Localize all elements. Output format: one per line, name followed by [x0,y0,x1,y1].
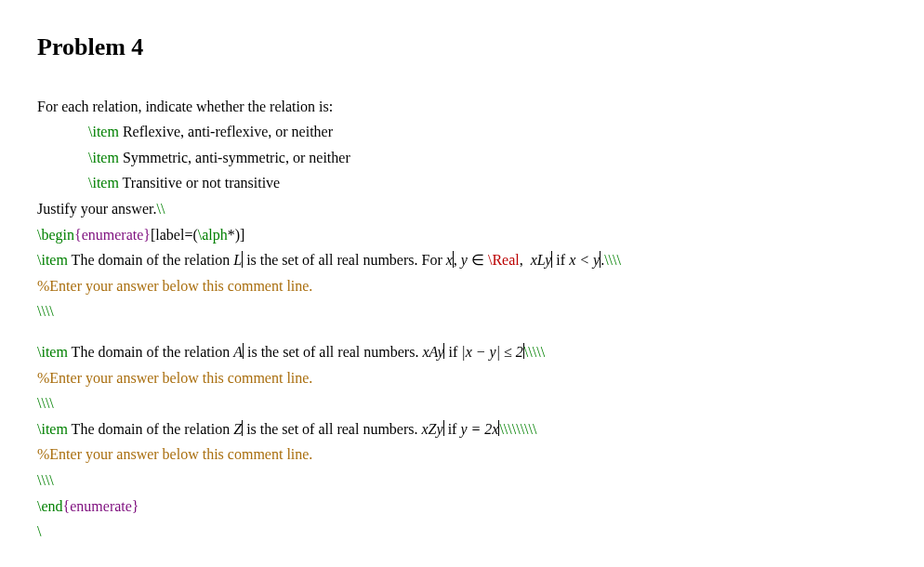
begin-arg: {enumerate} [74,227,151,243]
bullet-line-2: \item Symmetric, anti-symmetric, or neit… [37,146,887,170]
begin-enumerate-line: \begin{enumerate}[label=(\alph*)] [37,223,887,247]
if-text: if [444,421,461,437]
end-command: \end [37,498,63,514]
linebreak-command: \\\\\\\\\ [499,421,536,437]
comment-line: %Enter your answer below this comment li… [37,442,887,467]
justify-line: Justify your answer.\\ [37,197,887,221]
text: The domain of the relation [68,344,233,360]
linebreak-command: \\\\\ [524,344,545,360]
item-command: \item [88,175,119,191]
math-xLy: xLy [531,252,552,268]
item-command: \item [88,150,119,165]
item-a-line: \item The domain of the relation L is th… [37,248,887,272]
if-text: if [444,344,461,360]
item-command: \item [37,344,68,360]
comment-line: %Enter your answer below this comment li… [37,366,887,390]
opt-bracket-open: [label=( [151,227,198,243]
math-xZy: xZy [422,421,443,437]
opt-bracket-close: *)] [228,227,245,243]
text: The domain of the relation [68,421,233,437]
math-Z: Z [233,421,242,437]
intro-text: For each relation, indicate whether the … [37,95,887,119]
end-enumerate-line: \end{enumerate} [37,494,887,519]
text: , [520,252,527,268]
text: is the set of all real numbers. For [243,252,446,268]
math-A: A [233,344,243,360]
linebreak-command: \\ [156,201,165,217]
math-L: L [233,252,242,268]
item-command: \item [37,421,68,437]
linebreak-command: \\\\ [604,252,621,268]
math-abs: |x − y| ≤ 2 [461,344,523,360]
math-y: y [461,252,468,268]
bullet-line-3: \item Transitive or not transitive [37,171,887,195]
item-command: \item [88,124,119,139]
slashes-line: \\\\ [37,299,887,323]
math-x: x [446,252,453,268]
text: The domain of the relation [68,252,233,268]
section-title: Problem 4 [37,28,887,67]
math-inequality: x < y [569,252,600,268]
begin-command: \begin [37,227,74,243]
bullet-text: Transitive or not transitive [119,175,280,191]
truncated-line: \ [37,520,887,544]
bullet-line-1: \item Reflexive, anti-reflexive, or neit… [37,120,887,144]
element-of: ∈ [468,252,488,268]
math-xAy: xAy [422,344,443,360]
item-c-line: \item The domain of the relation Z is th… [37,417,887,442]
bullet-text: Symmetric, anti-symmetric, or neither [119,150,350,165]
alph-command: \alph [198,227,228,243]
document-body: For each relation, indicate whether the … [37,95,887,544]
justify-text: Justify your answer. [37,201,156,217]
end-arg: {enumerate} [63,498,139,514]
text: is the set of all real numbers. [244,344,422,360]
slashes-line: \\\\ [37,468,887,493]
text: is the set of all real numbers. [243,421,421,437]
slashes-line: \\\\ [37,391,887,415]
real-command: \Real [488,252,520,268]
comma: , [454,252,461,268]
comment-line: %Enter your answer below this comment li… [37,274,887,298]
if-text: if [552,252,569,268]
item-b-line: \item The domain of the relation A is th… [37,340,887,364]
bullet-text: Reflexive, anti-reflexive, or neither [119,124,333,139]
item-command: \item [37,252,68,268]
math-eq: y = 2x [460,421,498,437]
